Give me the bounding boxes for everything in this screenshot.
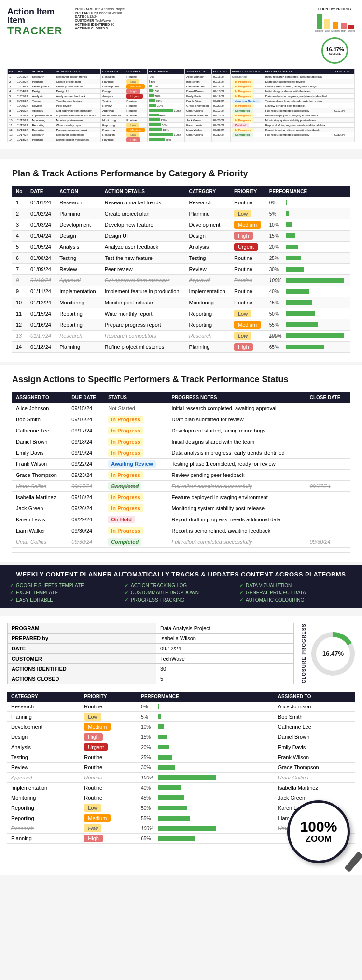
perf-notes: Report draft in progress, needs addition… — [167, 514, 306, 525]
zoom-category: Approval — [7, 773, 80, 783]
perf-close — [306, 470, 350, 481]
perf-assigned — [12, 548, 68, 553]
action-date: 01/02/24 — [27, 208, 56, 219]
mini-priority: Low — [125, 79, 147, 84]
action-details: Refine project milestones — [101, 342, 185, 353]
action-name: Planning — [56, 208, 100, 219]
zoom-assigned: Umar Collins — [274, 773, 355, 783]
zoom-assigned: Isabella Martinez — [274, 783, 355, 793]
mini-priority: Routine — [125, 113, 147, 118]
perf-assigned: Alice Johnson — [12, 403, 68, 414]
mini-action: Reporting — [30, 128, 55, 132]
stat-bar-urgent: Urgent — [348, 25, 355, 32]
perf-due: 09/30/24 — [68, 536, 104, 548]
zoom-priority: Low — [80, 823, 137, 834]
zoom-section: PROGRAM Data Analysis Project PREPARED b… — [0, 616, 362, 875]
mini-priority: Medium — [125, 84, 147, 89]
mini-no: 14 — [8, 137, 15, 142]
mini-action: Planning — [30, 137, 55, 142]
mini-assigned: Umar Collins — [185, 132, 212, 137]
perf-due: 09/22/24 — [68, 459, 104, 470]
mini-assigned: Catherine Lee — [185, 84, 212, 89]
mini-priority: Low — [125, 132, 147, 137]
mini-details: Design UI — [55, 89, 101, 94]
description-section-1: Plan & Track Actions Performance by Cate… — [0, 159, 362, 362]
perf-status: In Progress — [104, 503, 167, 514]
mini-no: 3 — [8, 84, 15, 89]
action-performance: 40% — [265, 286, 350, 297]
action-no: 4 — [12, 231, 27, 242]
mini-priority: Routine — [125, 118, 147, 123]
action-name: Analysis — [56, 242, 100, 253]
action-performance: 5% — [265, 208, 350, 219]
perf-col-due: DUE DATE — [68, 392, 104, 403]
perf-due: 09/23/24 — [68, 470, 104, 481]
mini-action: Testing — [30, 99, 55, 103]
check-icon-5: ✓ — [125, 590, 128, 595]
action-name: Reporting — [56, 319, 100, 331]
perf-notes: Development started, facing minor bugs — [167, 425, 306, 436]
mini-no: 4 — [8, 89, 15, 94]
closure-circle-mini: 16.47% CLOSURE — [321, 37, 348, 64]
stat-label-medium: Medium — [331, 29, 340, 32]
stats-block: COUNT by PRIORITY Routine Low Medium Hig… — [315, 7, 355, 64]
zoom-priority: Urgent — [80, 742, 137, 752]
zoom-meta-block: PROGRAM Data Analysis Project PREPARED b… — [7, 623, 355, 684]
mini-due: 09/30/24 — [211, 132, 230, 137]
perf-status: In Progress — [104, 414, 167, 425]
mini-status: In Progress — [230, 113, 264, 118]
zoom-closed-label: ACTIONS CLOSED — [8, 674, 156, 684]
perf-notes: Full rollout completed successfully — [167, 536, 306, 548]
zoom-table-container: CATEGORY PRIORITY PERFORMANCE ASSIGNED T… — [7, 692, 355, 844]
mini-details: Research competitors — [55, 132, 101, 137]
mini-action: Planning — [30, 79, 55, 84]
mini-status: In Progress — [230, 118, 264, 123]
action-priority: Low — [230, 308, 265, 319]
col-details: ACTION DETAILS — [101, 186, 185, 197]
perf-notes: Initial designs shared with the team — [167, 436, 306, 447]
mini-date: 01/02/24 — [15, 79, 30, 84]
mini-close — [332, 113, 354, 118]
feature-label-2: ACTION TRACKING LOG — [131, 583, 187, 588]
perf-status: Not Started — [104, 403, 167, 414]
mini-date: 01/16/24 — [15, 128, 30, 132]
perf-due: 09/30/24 — [68, 525, 104, 536]
mini-no: 8 — [8, 108, 15, 113]
feature-dropdown: ✓ CUSTOMIZABLE DROPDOWN — [125, 590, 237, 595]
zoom-identified-label: ACTIONS IDENTIFIED — [8, 664, 156, 674]
mini-spreadsheet-table: No DATE ACTION ACTION DETAILS CATEGORY P… — [7, 69, 355, 142]
stats-title: COUNT by PRIORITY — [318, 7, 352, 11]
zoom-priority: Routine — [80, 702, 137, 712]
mini-col-priority: PRIORITY — [125, 69, 147, 74]
mini-perf: 5% — [147, 79, 184, 84]
zoom-priority: Routine — [80, 763, 137, 773]
mini-date: 01/09/24 — [15, 103, 30, 108]
mini-priority: Medium — [125, 128, 147, 132]
action-date: 01/17/24 — [27, 331, 56, 342]
mini-date: 01/12/24 — [15, 118, 30, 123]
customer-label: CUSTOMER — [75, 19, 94, 22]
action-category: Reporting — [185, 319, 230, 331]
mini-notes: Monitoring system stability post-release — [264, 118, 332, 123]
zoom-assigned: Daniel Brown — [274, 732, 355, 742]
mini-notes: Development started, facing minor bugs — [264, 84, 332, 89]
col-category: CATEGORY — [185, 186, 230, 197]
action-category: Reporting — [185, 308, 230, 319]
mini-due — [211, 137, 230, 142]
zoom-performance: 50% — [137, 803, 274, 813]
mini-no: 9 — [8, 113, 15, 118]
mini-close — [332, 103, 354, 108]
date-value: 09/12/24 — [85, 15, 98, 18]
action-priority: Low — [230, 331, 265, 342]
mini-status: In Progress — [230, 84, 264, 89]
zoom-prepared-label: PREPARED by — [8, 634, 156, 644]
mini-date: 01/11/24 — [15, 113, 30, 118]
mini-assigned: Isabella Martinez — [185, 113, 212, 118]
closure-progress-label: CLOSURE PROGRESS — [301, 623, 306, 683]
mini-action: Approval — [30, 108, 55, 113]
mini-category: Planning — [101, 79, 125, 84]
action-date: 01/01/24 — [27, 197, 56, 208]
action-priority: Medium — [230, 319, 265, 331]
perf-assigned: Emily Davis — [12, 447, 68, 459]
action-category: Planning — [185, 342, 230, 353]
